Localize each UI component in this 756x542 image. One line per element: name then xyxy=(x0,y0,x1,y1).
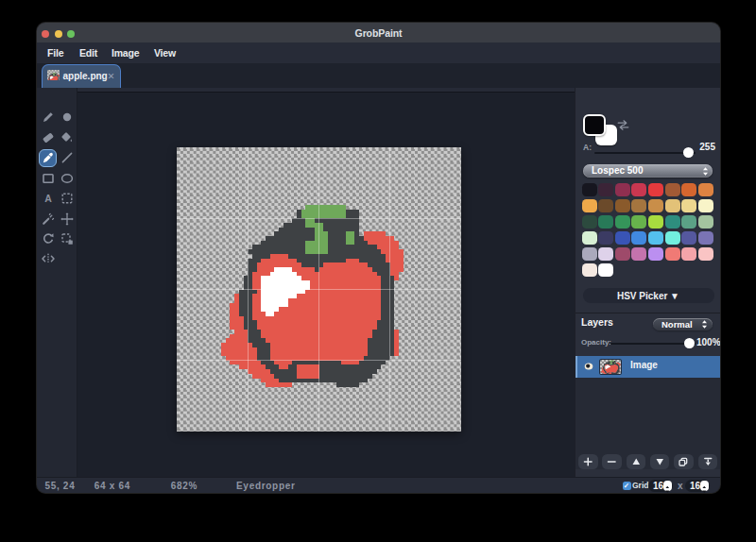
svg-text:A: A xyxy=(44,193,52,204)
